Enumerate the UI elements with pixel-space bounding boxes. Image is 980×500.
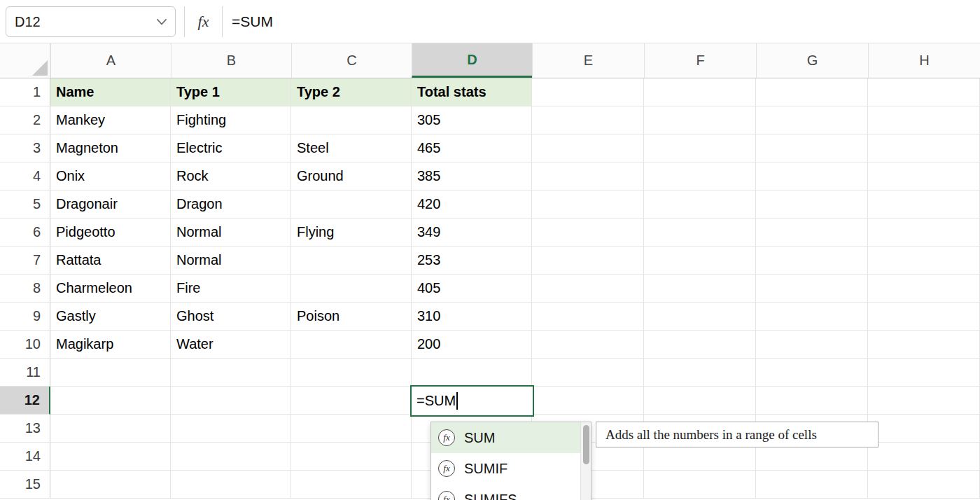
cell-A15[interactable] — [50, 471, 171, 499]
cell-F9[interactable] — [644, 303, 756, 331]
cell-A6[interactable]: Pidgeotto — [50, 218, 171, 246]
cell-B8[interactable]: Fire — [171, 275, 291, 303]
cell-H13[interactable] — [868, 415, 980, 443]
column-header-E[interactable]: E — [532, 43, 644, 78]
cell-A10[interactable]: Magikarp — [50, 331, 171, 359]
row-header-2[interactable]: 2 — [0, 106, 50, 134]
cell-A1[interactable]: Name — [50, 78, 171, 106]
cell-G15[interactable] — [756, 471, 868, 499]
cell-A12[interactable] — [50, 387, 171, 415]
cell-G7[interactable] — [756, 246, 868, 275]
cell-B5[interactable]: Dragon — [171, 190, 291, 218]
cell-B15[interactable] — [171, 471, 291, 499]
cell-C9[interactable]: Poison — [291, 303, 412, 331]
cell-F3[interactable] — [644, 134, 756, 162]
autocomplete-item-SUM[interactable]: fxSUM — [431, 422, 581, 453]
column-header-H[interactable]: H — [868, 43, 980, 78]
cell-E7[interactable] — [532, 246, 644, 275]
scrollbar-thumb[interactable] — [583, 425, 589, 464]
row-header-11[interactable]: 11 — [0, 359, 50, 387]
row-header-1[interactable]: 1 — [0, 78, 50, 106]
cell-A13[interactable] — [50, 415, 171, 443]
row-header-15[interactable]: 15 — [0, 471, 50, 499]
cell-D11[interactable] — [412, 359, 532, 387]
cell-C3[interactable]: Steel — [291, 134, 412, 162]
cell-C4[interactable]: Ground — [291, 162, 412, 190]
cell-F5[interactable] — [644, 190, 756, 218]
cell-B12[interactable] — [171, 387, 291, 415]
cell-B1[interactable]: Type 1 — [171, 78, 291, 106]
cell-C12[interactable] — [291, 387, 412, 415]
cell-G11[interactable] — [756, 359, 868, 387]
cell-C7[interactable] — [291, 246, 412, 275]
cell-H10[interactable] — [868, 331, 980, 359]
cell-E9[interactable] — [532, 303, 644, 331]
column-header-A[interactable]: A — [50, 43, 171, 78]
row-header-14[interactable]: 14 — [0, 443, 50, 471]
cell-F6[interactable] — [644, 218, 756, 246]
cell-B9[interactable]: Ghost — [171, 303, 291, 331]
row-header-10[interactable]: 10 — [0, 331, 50, 359]
cell-B10[interactable]: Water — [171, 331, 291, 359]
cell-H15[interactable] — [868, 471, 980, 499]
cell-G12[interactable] — [756, 387, 868, 415]
cell-F12[interactable] — [644, 387, 756, 415]
cell-A5[interactable]: Dragonair — [50, 190, 171, 218]
cell-H14[interactable] — [868, 443, 980, 471]
cell-D3[interactable]: 465 — [412, 134, 532, 162]
cell-D8[interactable]: 405 — [412, 275, 532, 303]
column-header-G[interactable]: G — [756, 43, 868, 78]
cell-C2[interactable] — [291, 106, 412, 134]
cell-A4[interactable]: Onix — [50, 162, 171, 190]
row-header-6[interactable]: 6 — [0, 218, 50, 246]
chevron-down-icon[interactable] — [157, 19, 167, 25]
cell-H6[interactable] — [868, 218, 980, 246]
cell-B2[interactable]: Fighting — [171, 106, 291, 134]
cell-H7[interactable] — [868, 246, 980, 275]
cell-A8[interactable]: Charmeleon — [50, 275, 171, 303]
cell-B6[interactable]: Normal — [171, 218, 291, 246]
cell-C8[interactable] — [291, 275, 412, 303]
cell-D9[interactable]: 310 — [412, 303, 532, 331]
cell-C1[interactable]: Type 2 — [291, 78, 412, 106]
cell-C13[interactable] — [291, 415, 412, 443]
cell-E4[interactable] — [532, 162, 644, 190]
cell-C5[interactable] — [291, 190, 412, 218]
cell-B4[interactable]: Rock — [171, 162, 291, 190]
autocomplete-item-SUMIF[interactable]: fxSUMIF — [431, 453, 581, 484]
cell-G3[interactable] — [756, 134, 868, 162]
cell-E6[interactable] — [532, 218, 644, 246]
cell-H12[interactable] — [868, 387, 980, 415]
cell-A3[interactable]: Magneton — [50, 134, 171, 162]
cell-G9[interactable] — [756, 303, 868, 331]
cell-C6[interactable]: Flying — [291, 218, 412, 246]
row-header-13[interactable]: 13 — [0, 415, 50, 443]
formula-input[interactable]: =SUM — [232, 0, 273, 43]
cell-F1[interactable] — [644, 78, 756, 106]
cell-B11[interactable] — [171, 359, 291, 387]
cell-F4[interactable] — [644, 162, 756, 190]
cell-A11[interactable] — [50, 359, 171, 387]
row-header-12[interactable]: 12 — [0, 387, 50, 415]
cell-C15[interactable] — [291, 471, 412, 499]
row-header-9[interactable]: 9 — [0, 303, 50, 331]
cell-A7[interactable]: Rattata — [50, 246, 171, 275]
cell-H3[interactable] — [868, 134, 980, 162]
column-header-B[interactable]: B — [171, 43, 291, 78]
cell-F8[interactable] — [644, 275, 756, 303]
cell-F10[interactable] — [644, 331, 756, 359]
cell-C10[interactable] — [291, 331, 412, 359]
column-header-C[interactable]: C — [291, 43, 412, 78]
cell-B14[interactable] — [171, 443, 291, 471]
insert-function-button[interactable]: fx — [184, 6, 223, 37]
cell-G5[interactable] — [756, 190, 868, 218]
cell-A14[interactable] — [50, 443, 171, 471]
cell-A9[interactable]: Gastly — [50, 303, 171, 331]
cell-D10[interactable]: 200 — [412, 331, 532, 359]
cell-H9[interactable] — [868, 303, 980, 331]
column-header-D[interactable]: D — [412, 43, 532, 78]
row-header-8[interactable]: 8 — [0, 275, 50, 303]
cell-editor-D12[interactable]: =SUM — [410, 385, 534, 417]
cell-H8[interactable] — [868, 275, 980, 303]
row-header-3[interactable]: 3 — [0, 134, 50, 162]
